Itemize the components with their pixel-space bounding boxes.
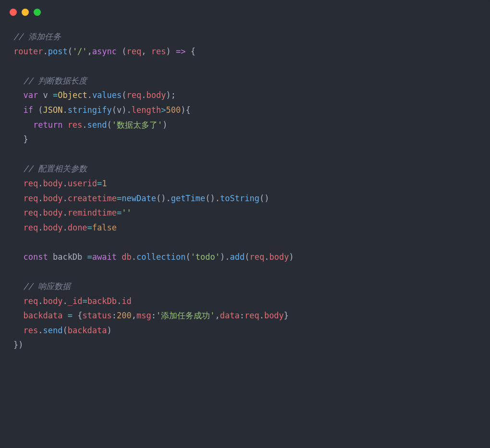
comment-check-length: // 判断数据长度 (23, 76, 87, 85)
token: ) (220, 252, 225, 262)
token: values (92, 90, 122, 100)
token: . (38, 296, 43, 306)
token: backDb (53, 252, 82, 262)
close-icon[interactable] (10, 9, 17, 16)
token: await (92, 252, 117, 262)
token: ( (68, 47, 73, 56)
token: ( (62, 326, 67, 335)
token: . (38, 179, 43, 188)
token: ( (38, 105, 43, 115)
token: res (23, 326, 38, 335)
token: . (62, 194, 67, 203)
token: } (284, 311, 289, 320)
token: , (141, 47, 151, 56)
token: collection (136, 252, 185, 262)
comment-response-data: // 响应数据 (23, 281, 71, 291)
token: status (82, 311, 111, 320)
token: req (23, 179, 38, 188)
token: { (185, 105, 190, 115)
token: '/' (73, 47, 87, 56)
token: db (122, 252, 131, 262)
token: . (62, 179, 67, 188)
token: } (23, 134, 28, 144)
token: . (38, 208, 43, 218)
token: v (43, 90, 48, 100)
token: , (87, 47, 92, 56)
token: . (259, 311, 264, 320)
token: '' (122, 208, 131, 218)
token: length (132, 105, 161, 115)
token: id (122, 296, 131, 306)
token: router (13, 47, 43, 56)
token: createtime (68, 194, 117, 203)
token: = (117, 208, 122, 218)
token: res (68, 120, 83, 130)
token: req (23, 296, 38, 306)
token: ) (162, 120, 167, 130)
token: if (23, 105, 33, 115)
token: send (43, 326, 62, 335)
token: , (215, 311, 220, 320)
code-window: // 添加任务 router.post('/',async (req, res)… (0, 0, 490, 448)
token: . (225, 252, 230, 262)
token: . (62, 223, 67, 232)
token: body (43, 194, 62, 203)
token: ( (245, 252, 249, 262)
token: { (77, 311, 82, 320)
token: 500 (166, 105, 181, 115)
token: post (48, 47, 68, 56)
token: backDb (87, 296, 117, 306)
token: = (82, 296, 87, 306)
token: remindtime (68, 208, 117, 218)
token: body (43, 223, 62, 232)
token: req (250, 252, 265, 262)
token: . (117, 296, 122, 306)
token: ( (122, 47, 126, 56)
token: 1 (102, 179, 107, 188)
token: ( (185, 252, 190, 262)
token: ); (166, 90, 175, 100)
token: . (215, 194, 220, 203)
token: => (176, 47, 185, 56)
token: body (43, 296, 62, 306)
token: Object (58, 90, 87, 100)
minimize-icon[interactable] (22, 9, 29, 16)
token: . (43, 47, 48, 56)
comment-add-task: // 添加任务 (13, 32, 61, 41)
token: ) (289, 252, 294, 262)
token: } (13, 340, 18, 350)
token: = (97, 179, 102, 188)
token: () (259, 194, 269, 203)
token: ( (107, 120, 112, 130)
token: JSON (43, 105, 62, 115)
token: > (161, 105, 166, 115)
token: = (68, 311, 73, 320)
token: body (269, 252, 289, 262)
maximize-icon[interactable] (34, 9, 41, 16)
token: backdata (68, 326, 107, 335)
token: ) (181, 105, 185, 115)
token: ( (122, 90, 126, 100)
token: add (230, 252, 245, 262)
token: ) (18, 340, 23, 350)
token: msg (136, 311, 151, 320)
token: . (82, 120, 87, 130)
token: . (38, 326, 43, 335)
token: () (205, 194, 215, 203)
token: . (87, 90, 92, 100)
token: getTime (171, 194, 206, 203)
token: ( (112, 105, 117, 115)
token: res (151, 47, 166, 56)
token: data (220, 311, 240, 320)
comment-config-params: // 配置相关参数 (23, 164, 87, 173)
token: toString (220, 194, 259, 203)
token: '数据太多了' (112, 120, 162, 130)
token: '添加任务成功' (156, 311, 215, 320)
token: newDate (122, 194, 156, 203)
code-content: // 添加任务 router.post('/',async (req, res)… (0, 16, 490, 366)
token: . (132, 252, 136, 262)
token: async (92, 47, 117, 56)
token: done (68, 223, 87, 232)
token: 200 (117, 311, 132, 320)
token: send (87, 120, 107, 130)
